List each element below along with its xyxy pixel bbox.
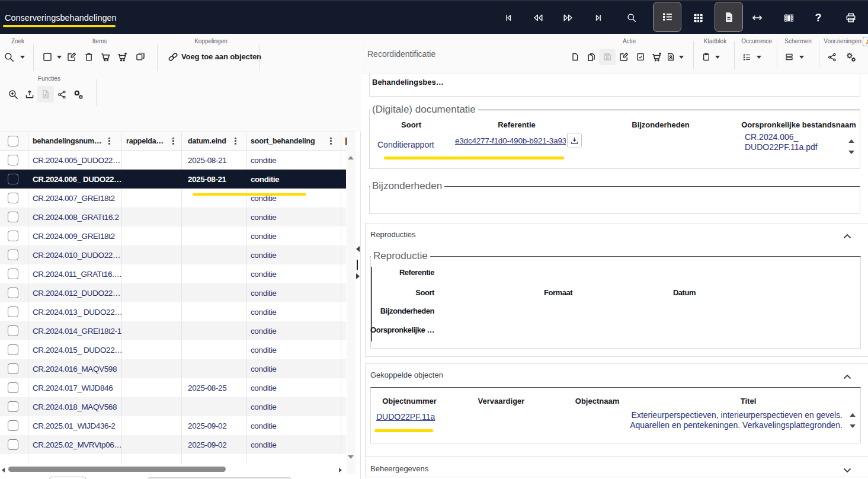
cell-datum-eind[interactable] (181, 189, 246, 207)
cell-soort-behandeling[interactable]: conditie (246, 302, 341, 321)
share-button[interactable] (53, 86, 70, 103)
cell-rappeldatum[interactable] (121, 226, 181, 245)
column-header-soort-behandeling[interactable]: soort_behandeling⋮ (246, 132, 341, 150)
cell-datum-eind[interactable] (181, 226, 246, 245)
table-row[interactable]: CR.2024.007_GREI18t2 conditie (0, 189, 346, 207)
row-checkbox[interactable] (8, 250, 18, 260)
column-menu-icon[interactable]: ⋮ (105, 137, 114, 146)
occurrence-down-arrow[interactable] (848, 151, 854, 154)
cell-soort-behandeling[interactable]: conditie (246, 264, 341, 283)
zoom-in-button[interactable] (5, 86, 21, 103)
cell-soort-behandeling[interactable]: conditie (246, 321, 341, 340)
table-row[interactable]: CR.2024.013_ DUDO22… conditie (0, 302, 346, 321)
table-row[interactable]: CR.2024.009_GREI18t2 conditie (0, 226, 346, 245)
cell-datum-eind[interactable]: 2025-09-02 (181, 416, 246, 435)
chevron-up-icon[interactable] (843, 231, 851, 241)
doc-value-soort[interactable]: Conditierapport (377, 140, 434, 149)
cell-rappeldatum[interactable] (121, 170, 181, 189)
search-options-dropdown[interactable] (14, 49, 31, 65)
cell-rappeldatum[interactable] (121, 435, 181, 454)
occurrence-up-arrow[interactable] (850, 413, 856, 417)
table-view-button[interactable] (684, 4, 712, 31)
column-menu-icon[interactable]: ⋮ (169, 137, 178, 146)
skip-first-record-button[interactable] (495, 4, 522, 31)
doc-value-bestandsnaam[interactable]: CR.2024.006_ DUDO22PF.11a.pdf (745, 132, 818, 152)
cell-datum-eind[interactable] (181, 359, 246, 378)
section-header[interactable]: Reproducties (366, 223, 868, 245)
cell-behandelingsnummer[interactable]: CR.2024.014_GREI18t2-1 (28, 321, 121, 340)
occurrence-options-dropdown[interactable] (751, 49, 767, 65)
table-row[interactable]: CR.2024.010_DUDO22… conditie (0, 245, 346, 264)
cell-rappeldatum[interactable] (121, 151, 181, 170)
object-number-link[interactable]: DUDO22PF.11a (376, 412, 435, 421)
table-row[interactable]: CR.2024.005_DUDO22… 2025-08-21 conditie (0, 151, 346, 170)
screens-options-dropdown[interactable] (793, 49, 810, 65)
add-to-objects-button[interactable] (165, 49, 181, 65)
horizontal-scrollbar[interactable] (0, 464, 347, 476)
print-button[interactable] (837, 4, 864, 31)
column-menu-icon[interactable]: ⋮ (231, 137, 240, 146)
column-header-behandelingsnummer[interactable]: behandelingsnum…⋮ (28, 132, 121, 150)
row-checkbox[interactable] (8, 288, 18, 298)
cell-soort-behandeling[interactable]: conditie (246, 397, 341, 416)
cell-behandelingsnummer[interactable]: CR.2024.012_DUDO22… (28, 283, 121, 302)
settings-button[interactable] (70, 86, 87, 103)
cell-rappeldatum[interactable] (121, 359, 181, 378)
row-checkbox[interactable] (8, 439, 18, 450)
section-header[interactable]: Gekoppelde objecten (366, 364, 868, 385)
edit-record-button[interactable] (616, 49, 632, 65)
row-checkbox[interactable] (8, 306, 18, 317)
skip-last-record-button[interactable] (585, 4, 612, 31)
cell-behandelingsnummer[interactable]: CR.2024.007_GREI18t2 (28, 189, 121, 207)
table-row[interactable]: CR.2024.012_DUDO22… conditie (0, 283, 346, 302)
new-record-button[interactable] (567, 49, 584, 65)
delete-record-button[interactable] (81, 49, 97, 65)
table-row[interactable]: CR.2024.006_ DUDO22… 2025-08-21 conditie (0, 170, 346, 189)
cell-behandelingsnummer[interactable]: CR.2024.008_GRATt16.2 (28, 207, 121, 226)
cell-rappeldatum[interactable] (121, 264, 181, 283)
table-row[interactable]: CR.2025.01_WIJD436-2 2025-09-02 conditie (0, 416, 346, 435)
cell-datum-eind[interactable]: 2025-09-02 (181, 435, 246, 454)
cell-datum-eind[interactable] (181, 283, 246, 302)
table-row[interactable]: CR.2025.02_MVRVtp06… 2025-09-02 conditie (0, 435, 346, 454)
cell-soort-behandeling[interactable]: conditie (246, 207, 341, 226)
cell-datum-eind[interactable] (181, 397, 246, 416)
select-all-checkbox[interactable] (8, 136, 18, 146)
row-checkbox[interactable] (8, 344, 18, 355)
cell-behandelingsnummer[interactable]: CR.2024.010_DUDO22… (28, 245, 121, 264)
cell-datum-eind[interactable]: 2025-08-25 (181, 378, 246, 397)
document-view-button[interactable] (715, 2, 743, 32)
media-view-button[interactable] (775, 4, 802, 31)
cell-soort-behandeling[interactable]: conditie (246, 340, 341, 359)
cell-soort-behandeling[interactable]: conditie (246, 151, 341, 170)
row-checkbox[interactable] (8, 193, 18, 203)
cell-behandelingsnummer[interactable]: CR.2024.005_DUDO22… (28, 151, 121, 170)
copy-record-button[interactable] (132, 49, 149, 65)
detail-tab-title[interactable]: Recordidentificatie (367, 49, 435, 59)
cell-behandelingsnummer[interactable]: CR.2024.015_ DUDO22… (28, 340, 121, 359)
splitter-collapse-arrow[interactable] (356, 246, 360, 252)
scrollbar-thumb[interactable] (8, 467, 226, 472)
cell-behandelingsnummer[interactable]: CR.2025.01_WIJD436-2 (28, 416, 121, 435)
table-row[interactable]: CR.2024.018_MAQV568 conditie (0, 397, 346, 416)
cell-soort-behandeling[interactable]: conditie (246, 359, 341, 378)
vertical-scrollbar[interactable] (347, 132, 355, 474)
cell-datum-eind[interactable] (181, 321, 246, 340)
export-button[interactable] (21, 86, 38, 103)
cell-behandelingsnummer[interactable]: CR.2024.013_ DUDO22… (28, 302, 121, 321)
list-view-button[interactable] (653, 2, 681, 32)
scroll-right-arrow[interactable] (339, 468, 342, 472)
document-options-dropdown[interactable] (673, 49, 690, 65)
cell-soort-behandeling[interactable]: conditie (246, 435, 341, 454)
cell-soort-behandeling[interactable]: conditie (246, 189, 341, 207)
table-row[interactable]: CR.2024.008_GRATt16.2 conditie (0, 207, 346, 226)
tasks-button[interactable] (632, 49, 649, 65)
occurrence-down-arrow[interactable] (850, 424, 856, 428)
cell-rappeldatum[interactable] (121, 283, 181, 302)
chevron-up-icon[interactable] (843, 371, 851, 382)
chevron-down-icon[interactable] (843, 465, 851, 475)
cart-add-button[interactable] (114, 49, 130, 65)
cell-behandelingsnummer[interactable]: CR.2024.006_ DUDO22… (28, 170, 121, 189)
help-button[interactable]: ? (805, 4, 832, 31)
add-to-objects-label[interactable]: Voeg toe aan objecten (181, 52, 261, 61)
